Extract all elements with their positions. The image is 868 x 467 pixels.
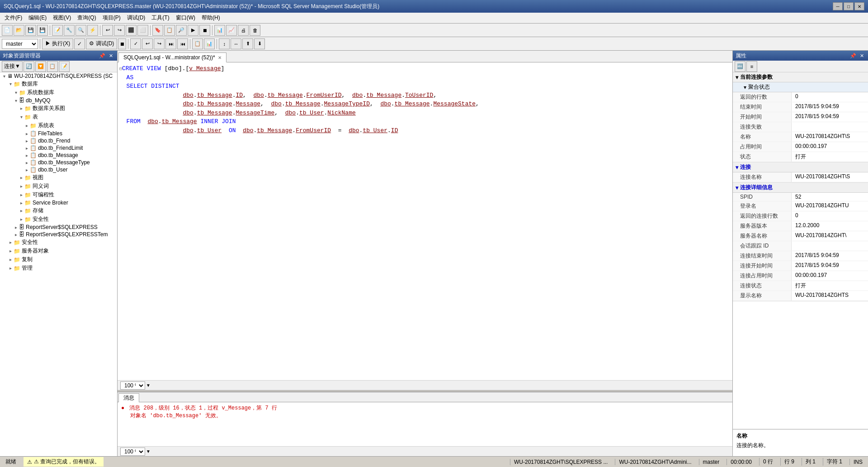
btn17[interactable]: 🖨 xyxy=(238,25,249,36)
editor-zoom-select[interactable]: 100 % 75 % 125 % xyxy=(120,381,145,390)
btn3[interactable]: 🔧 xyxy=(64,25,75,36)
oe-pin-btn[interactable]: 📌 xyxy=(98,53,107,59)
save-btn[interactable]: 💾 xyxy=(25,25,36,36)
expand-icon[interactable]: ▸ xyxy=(7,266,14,271)
expand-icon[interactable]: ▸ xyxy=(18,106,24,111)
expand-icon[interactable]: ▸ xyxy=(24,167,30,172)
btn14[interactable]: ⏹ xyxy=(199,25,210,36)
menu-debug[interactable]: 调试(D) xyxy=(124,13,148,23)
results-zoom-arrow-icon[interactable]: ▼ xyxy=(146,449,151,454)
expand-icon[interactable]: ▸ xyxy=(18,184,24,189)
menu-project[interactable]: 项目(P) xyxy=(100,13,123,23)
expand-icon[interactable]: ▸ xyxy=(24,123,30,128)
tree-synonyms[interactable]: ▸ 📁 同义词 xyxy=(0,182,117,191)
editor-tab-1[interactable]: SQLQuery1.sql - W...ministrator (52))* ✕ xyxy=(118,52,226,62)
tree-databases[interactable]: ▾ 📁 数据库 xyxy=(0,80,117,88)
btn10[interactable]: 🔖 xyxy=(152,25,163,36)
expand-icon[interactable]: ▸ xyxy=(18,217,24,222)
tb2-btn6[interactable]: 📋 xyxy=(192,38,203,49)
expand-icon[interactable]: ▾ xyxy=(1,74,7,79)
tb2-btn8[interactable]: ↕ xyxy=(219,38,230,49)
tree-storage[interactable]: ▸ 📁 存储 xyxy=(0,206,117,215)
expand-icon[interactable]: ▸ xyxy=(13,225,19,230)
tree-tb-frend[interactable]: ▸ 📋 dbo.tb_Frend xyxy=(0,137,117,144)
minimize-button[interactable]: ─ xyxy=(833,2,843,10)
tree-diagrams[interactable]: ▸ 📁 数据库关系图 xyxy=(0,104,117,113)
expand-icon[interactable]: ▸ xyxy=(7,248,14,253)
menu-edit[interactable]: 编辑(E) xyxy=(26,13,49,23)
tree-views[interactable]: ▸ 📁 视图 xyxy=(0,173,117,182)
expand-icon[interactable]: ▸ xyxy=(24,131,30,136)
open-btn[interactable]: 📂 xyxy=(14,25,24,36)
maximize-button[interactable]: □ xyxy=(844,2,854,10)
btn5[interactable]: ⚡ xyxy=(87,25,98,36)
oe-summary-btn[interactable]: 📋 xyxy=(47,61,58,72)
btn7[interactable]: ↪ xyxy=(114,25,125,36)
tb2-btn9[interactable]: ↔ xyxy=(231,38,241,49)
prop-pin-btn[interactable]: 📌 xyxy=(849,53,858,59)
prop-section-header-detail[interactable]: ▾ 连接详细信息 xyxy=(733,183,868,193)
menu-tools[interactable]: 工具(T) xyxy=(149,13,172,23)
menu-view[interactable]: 视图(V) xyxy=(50,13,74,23)
expand-icon[interactable]: ▸ xyxy=(18,208,24,213)
menu-window[interactable]: 窗口(W) xyxy=(173,13,198,23)
expand-icon[interactable]: ▾ xyxy=(18,114,24,119)
expand-icon[interactable]: ▸ xyxy=(18,192,24,197)
prop-section-header-current[interactable]: ▾ 当前连接参数 xyxy=(733,72,868,82)
btn15[interactable]: 📊 xyxy=(214,25,225,36)
tree-server-objects[interactable]: ▸ 📁 服务器对象 xyxy=(0,247,117,255)
save-all-btn[interactable]: 💾 xyxy=(37,25,48,36)
tree-reportserver2[interactable]: ▸ 🗄 ReportServer$SQLEXPRESSTem xyxy=(0,231,117,238)
new-query-btn2[interactable]: 📝 xyxy=(52,25,63,36)
menu-file[interactable]: 文件(F) xyxy=(2,13,25,23)
tree-tb-message[interactable]: ▸ 📋 dbo.tb_Message xyxy=(0,152,117,159)
tree-security[interactable]: ▸ 📁 安全性 xyxy=(0,215,117,224)
tree-systables[interactable]: ▸ 📁 系统表 xyxy=(0,121,117,130)
database-selector[interactable]: master xyxy=(2,39,38,49)
oe-refresh-btn[interactable]: 🔄 xyxy=(24,61,34,72)
btn4[interactable]: 🔍 xyxy=(75,25,86,36)
tree-management[interactable]: ▸ 📁 管理 xyxy=(0,264,117,272)
expand-icon[interactable]: ▸ xyxy=(24,160,30,165)
tree-tables[interactable]: ▾ 📁 表 xyxy=(0,113,117,121)
tb2-btn2[interactable]: ↩ xyxy=(142,38,153,49)
tree-server[interactable]: ▾ 🖥 WU-20170814ZGHT\SQLEXPRESS (SC xyxy=(0,72,117,80)
tree-programmability[interactable]: ▸ 📁 可编程性 xyxy=(0,191,117,199)
stop-btn[interactable]: ⏹ xyxy=(118,38,126,49)
menu-query[interactable]: 查询(Q) xyxy=(75,13,99,23)
expand-icon[interactable]: ▾ xyxy=(7,81,14,86)
tb2-btn10[interactable]: ⬆ xyxy=(242,38,253,49)
btn9[interactable]: ⬜ xyxy=(137,25,148,36)
prop-category-btn[interactable]: ≡ xyxy=(746,61,757,72)
debug-btn[interactable]: ⚙ 调试(D) xyxy=(86,38,117,49)
tree-replication[interactable]: ▸ 📁 复制 xyxy=(0,255,117,264)
editor-scroll-area[interactable]: ⊟CREATE VIEW [dbo].[v_Message] AS SELECT… xyxy=(118,62,732,380)
menu-help[interactable]: 帮助(H) xyxy=(199,13,223,23)
oe-filter-btn[interactable]: 🔽 xyxy=(35,61,46,72)
prop-subsection-aggregate[interactable]: ▾ 聚合状态 xyxy=(733,82,868,92)
tree-sysdb[interactable]: ▾ 📁 系统数据库 xyxy=(0,88,117,97)
results-zoom-select[interactable]: 100 % 75 % 125 % xyxy=(120,448,145,456)
sql-editor[interactable]: ⊟CREATE VIEW [dbo].[v_Message] AS SELECT… xyxy=(118,62,732,137)
tb2-btn7[interactable]: 📊 xyxy=(204,38,215,49)
tab-close-btn[interactable]: ✕ xyxy=(218,55,222,60)
tb2-btn4[interactable]: ⏭ xyxy=(165,38,176,49)
prop-sort-az-btn[interactable]: 🔤 xyxy=(735,61,745,72)
oe-connect-btn[interactable]: 连接▼ xyxy=(2,61,23,72)
oe-new-query-btn[interactable]: 📝 xyxy=(59,61,70,72)
expand-icon[interactable]: ▾ xyxy=(13,98,19,103)
btn16[interactable]: 📈 xyxy=(226,25,237,36)
tree-security2[interactable]: ▸ 📁 安全性 xyxy=(0,238,117,247)
close-button[interactable]: ✕ xyxy=(854,2,864,10)
btn12[interactable]: 🔎 xyxy=(176,25,187,36)
expand-icon[interactable]: ▸ xyxy=(24,146,30,151)
expand-icon[interactable]: ▸ xyxy=(24,138,30,143)
expand-icon[interactable]: ▸ xyxy=(18,200,24,205)
parse-btn[interactable]: ✓ xyxy=(74,38,85,49)
tree-reportserver1[interactable]: ▸ 🗄 ReportServer$SQLEXPRESS xyxy=(0,224,117,231)
expand-icon[interactable]: ▸ xyxy=(7,257,14,262)
tree-tb-user[interactable]: ▸ 📋 dbo.tb_User xyxy=(0,166,117,173)
execute-btn[interactable]: ▶ 执行(X) xyxy=(42,38,73,49)
btn8[interactable]: ⬛ xyxy=(126,25,137,36)
tree-db-myqq[interactable]: ▾ 🗄 db_MyQQ xyxy=(0,97,117,104)
